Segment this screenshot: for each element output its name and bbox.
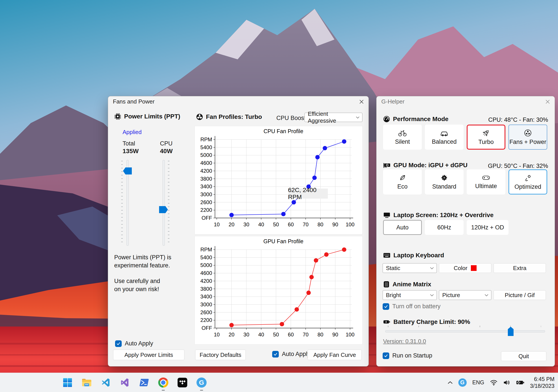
battery-tray-icon[interactable] — [516, 380, 524, 385]
matrix-picture-gif-button[interactable]: Picture / Gif — [494, 290, 546, 300]
optimized-gpu-button[interactable]: Optimized — [508, 169, 547, 194]
eco-gpu-button[interactable]: Eco — [383, 169, 422, 194]
tidal-icon — [177, 377, 187, 388]
factory-defaults-button[interactable]: Factory Defaults — [195, 350, 246, 360]
svg-text:2600: 2600 — [201, 199, 212, 205]
cpu-power-slider[interactable] — [163, 160, 165, 246]
chevron-down-icon — [485, 294, 488, 296]
matrix-icon — [383, 281, 390, 288]
chrome-button[interactable] — [158, 377, 169, 388]
keyboard-color-button[interactable]: Color — [439, 263, 491, 273]
eco-label: Eco — [397, 183, 408, 190]
battery-charge-slider[interactable] — [385, 330, 545, 333]
screen-icon — [383, 212, 391, 218]
matrix-mode-dropdown[interactable]: Picture — [439, 290, 491, 300]
fans-close-button[interactable] — [357, 98, 366, 106]
svg-text:5000: 5000 — [201, 262, 212, 268]
run-on-startup-checkbox[interactable] — [383, 352, 389, 359]
file-explorer-button[interactable] — [81, 377, 92, 388]
svg-text:3800: 3800 — [201, 176, 212, 182]
run-on-startup-row[interactable]: Run on Startup — [383, 352, 432, 359]
check-icon — [384, 304, 388, 309]
svg-text:OFF: OFF — [201, 215, 212, 221]
svg-text:3000: 3000 — [201, 301, 212, 307]
turn-off-on-battery-checkbox[interactable] — [383, 303, 389, 310]
ultimate-gpu-button[interactable]: Ultimate — [467, 169, 506, 194]
keyboard-extra-label: Extra — [513, 265, 527, 272]
screen-120hz-od-button[interactable]: 120Hz + OD — [467, 220, 508, 235]
power-auto-apply-row[interactable]: Auto Apply — [115, 340, 153, 347]
cpu-boost-value: Efficient Aggressive — [308, 110, 356, 124]
fans-and-power-window: Fans and Power Power Limits (PPT) Applie… — [108, 96, 369, 367]
tidal-button[interactable] — [177, 377, 188, 388]
silent-mode-button[interactable]: Silent — [383, 125, 422, 150]
svg-text:90: 90 — [332, 332, 338, 337]
warning-line-4: on your own risk! — [114, 286, 159, 293]
battery-charge-heading: Battery Charge Limit: 90% — [393, 318, 470, 325]
ghelper-close-button[interactable] — [544, 98, 552, 106]
turbo-mode-button[interactable]: Turbo — [467, 125, 506, 150]
total-power-slider-thumb[interactable] — [123, 167, 132, 175]
speedometer-icon — [383, 116, 390, 123]
screen-auto-button[interactable]: Auto — [383, 220, 422, 235]
cpu-power-slider-thumb[interactable] — [159, 206, 168, 213]
ghelper-titlebar[interactable]: G-Helper — [376, 96, 555, 107]
svg-text:50: 50 — [273, 222, 279, 227]
fan-auto-apply-row[interactable]: Auto Apply — [272, 351, 310, 358]
matrix-battery-checkbox-row[interactable]: Turn off on battery — [383, 303, 441, 310]
svg-text:100: 100 — [346, 222, 355, 227]
keyboard-extra-button[interactable]: Extra — [494, 263, 546, 273]
power-auto-apply-checkbox[interactable] — [115, 340, 122, 347]
svg-text:30: 30 — [243, 332, 249, 337]
apply-power-limits-button[interactable]: Apply Power Limits — [113, 350, 184, 360]
fan-auto-apply-checkbox[interactable] — [272, 351, 279, 358]
ghelper-taskbar-button[interactable]: G — [196, 377, 207, 388]
fans-power-mode-button[interactable]: Fans + Power — [508, 125, 547, 150]
screen-60hz-button[interactable]: 60Hz — [425, 220, 464, 235]
svg-text:40: 40 — [258, 332, 264, 337]
svg-text:60: 60 — [288, 222, 294, 227]
total-watts-value: 135W — [122, 148, 139, 155]
svg-text:2200: 2200 — [201, 317, 212, 323]
chevron-down-icon — [356, 116, 359, 119]
fan-profiles-heading: Fan Profiles: Turbo — [206, 113, 262, 120]
battery-charge-slider-thumb[interactable] — [508, 327, 514, 336]
fans-window-title: Fans and Power — [113, 98, 155, 105]
ghelper-running-indicator — [200, 390, 203, 391]
matrix-brightness-dropdown[interactable]: Bright — [383, 290, 437, 300]
powershell-button[interactable] — [139, 377, 149, 388]
svg-text:60: 60 — [288, 332, 294, 337]
fans-titlebar[interactable]: Fans and Power — [108, 96, 368, 107]
wifi-icon[interactable] — [490, 379, 497, 386]
apply-fan-curve-button[interactable]: Apply Fan Curve — [308, 350, 362, 360]
start-button[interactable] — [62, 377, 73, 388]
taskbar-time: 6:45 PM — [530, 376, 555, 383]
svg-text:10: 10 — [214, 332, 220, 337]
svg-text:3400: 3400 — [201, 183, 212, 189]
svg-text:4200: 4200 — [201, 278, 212, 284]
chrome-running-indicator — [162, 390, 165, 391]
keyboard-mode-dropdown[interactable]: Static — [383, 263, 437, 273]
svg-text:5400: 5400 — [201, 144, 212, 150]
cpu-boost-dropdown[interactable]: Efficient Aggressive — [305, 113, 362, 122]
quit-button[interactable]: Quit — [501, 351, 546, 361]
gpu-fan-chart[interactable]: OFF220026003000340038004200460050005400R… — [194, 236, 363, 344]
balanced-mode-button[interactable]: Balanced — [425, 125, 464, 150]
visual-studio-button[interactable] — [120, 377, 130, 388]
tray-chevron-up-icon[interactable] — [448, 381, 453, 384]
language-indicator[interactable]: ENG — [472, 379, 484, 386]
cpu-fan-chart[interactable]: OFF220026003000340038004200460050005400R… — [194, 126, 363, 234]
taskbar-clock[interactable]: 6:45 PM 3/18/2023 — [530, 376, 555, 389]
laptop-screen-heading-row: Laptop Screen: 120Hz + Overdrive — [383, 212, 494, 219]
ghelper-tray-icon[interactable]: G — [458, 378, 467, 387]
vscode-button[interactable] — [101, 377, 111, 388]
version-link[interactable]: Version: 0.31.0.0 — [383, 338, 426, 345]
performance-buttons-row: Silent Balanced — [383, 125, 548, 150]
power-limits-applied-status[interactable]: Applied — [122, 129, 142, 136]
taskbar: G G ENG 6:45 PM — [0, 373, 558, 392]
svg-text:50: 50 — [273, 332, 279, 337]
standard-gpu-button[interactable]: Standard — [425, 169, 464, 194]
total-slider-ticks — [121, 161, 123, 244]
chevron-down-icon — [430, 267, 434, 269]
volume-icon[interactable] — [503, 379, 510, 386]
